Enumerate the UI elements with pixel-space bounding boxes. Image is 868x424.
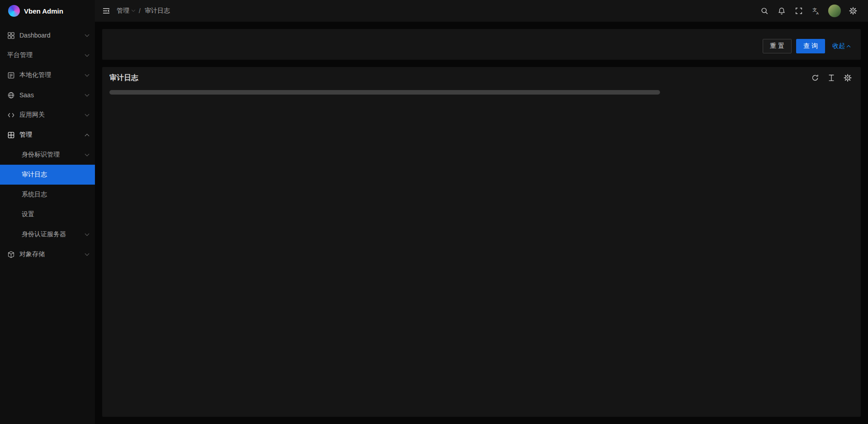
gateway-icon (7, 111, 15, 119)
menu-item-label: 审计日志 (22, 171, 89, 179)
logo-icon (8, 5, 20, 17)
localization-icon (7, 71, 15, 79)
chevron-down-icon (85, 72, 90, 76)
sidebar-item-management[interactable]: 管理 (0, 125, 95, 145)
breadcrumb-parent-label: 管理 (117, 7, 129, 15)
sidebar: Vben Admin Dashboard平台管理本地化管理Saas应用网关管理身… (0, 0, 95, 424)
reset-button[interactable]: 重 置 (763, 39, 792, 53)
menu-item-label: 应用网关 (19, 111, 85, 119)
chevron-down-icon (132, 8, 135, 12)
collapse-label: 收起 (832, 42, 845, 50)
menu-item-label: Dashboard (19, 32, 85, 39)
menu-item-label: 平台管理 (7, 51, 85, 59)
menu-item-label: 系统日志 (22, 191, 89, 199)
menu-item-label: 身份认证服务器 (22, 230, 85, 238)
menu-item-label: 身份标识管理 (22, 151, 85, 159)
breadcrumb-separator: / (139, 7, 141, 14)
sidebar-item-app-gateway[interactable]: 应用网关 (0, 105, 95, 125)
table-panel: 审计日志 (102, 67, 861, 417)
sidebar-item-platform[interactable]: 平台管理 (0, 45, 95, 65)
table-header-bar: 审计日志 (109, 67, 854, 89)
sidebar-item-system-log[interactable]: 系统日志 (0, 185, 95, 205)
sidebar-item-audit-log[interactable]: 审计日志 (0, 165, 95, 185)
sidebar-item-auth-server[interactable]: 身份认证服务器 (0, 224, 95, 244)
row-height-icon[interactable] (826, 72, 837, 84)
sidebar-item-settings[interactable]: 设置 (0, 205, 95, 224)
sidebar-item-object-storage[interactable]: 对象存储 (0, 244, 95, 264)
dashboard-icon (7, 32, 15, 39)
sidebar-item-identity[interactable]: 身份标识管理 (0, 145, 95, 165)
chevron-up-icon (85, 133, 90, 138)
main-area: 管理 / 审计日志 文A 重 置 查 询 收起 (95, 0, 868, 424)
menu-item-label: 对象存储 (19, 250, 85, 258)
management-icon (7, 131, 15, 139)
storage-icon (7, 251, 15, 258)
translate-icon[interactable]: 文A (808, 3, 824, 19)
avatar[interactable] (828, 5, 841, 17)
chevron-down-icon (85, 152, 90, 156)
chevron-down-icon (85, 251, 90, 256)
chevron-down-icon (85, 32, 90, 37)
filter-actions: 重 置 查 询 收起 (113, 39, 850, 53)
menu-item-label: 管理 (19, 131, 85, 139)
menu-item-label: Saas (19, 91, 85, 99)
sidebar-item-dashboard[interactable]: Dashboard (0, 25, 95, 45)
sidebar-menu: Dashboard平台管理本地化管理Saas应用网关管理身份标识管理审计日志系统… (0, 22, 95, 264)
gear-icon[interactable] (845, 3, 861, 19)
sidebar-item-localization[interactable]: 本地化管理 (0, 65, 95, 85)
logo[interactable]: Vben Admin (0, 0, 95, 22)
query-button[interactable]: 查 询 (796, 39, 825, 53)
menu-item-label: 设置 (22, 210, 89, 219)
header-actions: 文A (757, 3, 861, 19)
chevron-down-icon (85, 52, 90, 57)
table-toolbar (809, 72, 854, 84)
header: 管理 / 审计日志 文A (95, 0, 868, 22)
breadcrumb-parent[interactable]: 管理 (117, 7, 135, 15)
refresh-icon[interactable] (809, 72, 821, 84)
menu-item-label: 本地化管理 (19, 71, 85, 79)
filter-panel: 重 置 查 询 收起 (102, 29, 861, 60)
column-settings-icon[interactable] (842, 72, 854, 84)
chevron-down-icon (85, 112, 90, 116)
chevron-down-icon (85, 231, 90, 236)
fullscreen-icon[interactable] (791, 3, 807, 19)
saas-icon (7, 91, 15, 99)
search-icon[interactable] (757, 3, 772, 19)
menu-fold-icon[interactable] (102, 7, 110, 15)
breadcrumb-current: 审计日志 (145, 7, 170, 15)
chevron-up-icon (847, 45, 850, 48)
scrollbar-thumb[interactable] (109, 90, 660, 95)
bell-icon[interactable] (774, 3, 789, 19)
collapse-link[interactable]: 收起 (832, 42, 850, 50)
app-title: Vben Admin (24, 7, 63, 15)
horizontal-scrollbar[interactable] (109, 90, 854, 95)
content: 重 置 查 询 收起 审计日志 (95, 22, 868, 424)
svg-text:A: A (816, 11, 819, 15)
chevron-down-icon (85, 92, 90, 96)
sidebar-item-saas[interactable]: Saas (0, 85, 95, 105)
table-title: 审计日志 (109, 73, 138, 83)
breadcrumb: 管理 / 审计日志 (117, 7, 170, 15)
